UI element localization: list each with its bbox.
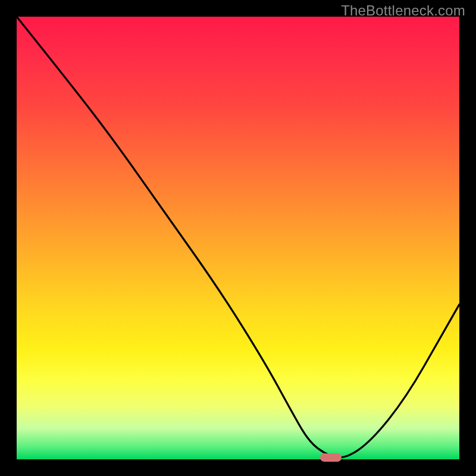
plot-area	[17, 17, 459, 459]
curve-svg	[17, 17, 459, 459]
optimal-marker	[320, 453, 342, 462]
chart-container: TheBottleneck.com	[0, 0, 476, 476]
bottleneck-curve	[17, 17, 459, 458]
